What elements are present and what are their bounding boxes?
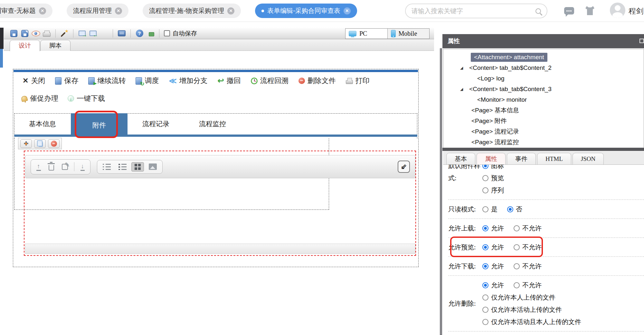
action-urge-button[interactable]: 催促办理: [21, 94, 58, 103]
copy-widget-button[interactable]: [34, 139, 46, 148]
tree-item[interactable]: <Page> 流程记录: [443, 126, 644, 137]
chat-icon[interactable]: [564, 7, 574, 14]
radio-selected[interactable]: [482, 263, 488, 269]
import-icon[interactable]: [88, 28, 99, 39]
radio-unselected[interactable]: [514, 282, 520, 288]
collapse-caret-icon[interactable]: ◢: [460, 66, 463, 70]
close-icon[interactable]: ✕: [227, 7, 234, 14]
radio-option[interactable]: 允许: [482, 262, 504, 271]
radio-option[interactable]: 不允许: [514, 281, 542, 290]
panel-collapse-icon[interactable]: [639, 39, 644, 43]
radio-selected[interactable]: [482, 282, 488, 288]
radio-unselected[interactable]: [514, 263, 520, 269]
page-tab-flow-record[interactable]: 流程记录: [128, 113, 184, 135]
search-icon[interactable]: [535, 8, 541, 14]
tab-design[interactable]: 设计: [10, 40, 40, 51]
search-input[interactable]: [412, 7, 535, 15]
grid-view-icon[interactable]: [131, 162, 144, 172]
tree-item[interactable]: ◢<Content> tab_tab$Content_2: [443, 62, 644, 73]
tree-item[interactable]: <Attachment> attachment: [443, 52, 644, 62]
action-close-button[interactable]: 关闭: [23, 76, 45, 86]
radio-option[interactable]: 仅允许本人上传的文件: [482, 293, 555, 302]
tree-item[interactable]: <Page> 基本信息: [443, 105, 644, 116]
numbered-list-icon[interactable]: [116, 163, 129, 171]
layers-icon[interactable]: [145, 28, 156, 39]
avatar[interactable]: [610, 3, 625, 18]
collapse-caret-icon[interactable]: ◢: [460, 87, 463, 91]
export-icon[interactable]: [77, 28, 88, 39]
action-continue-flow-button[interactable]: 继续流转: [88, 76, 126, 86]
bullet-list-icon[interactable]: [100, 163, 114, 171]
tab-script[interactable]: 脚本: [40, 40, 71, 51]
panel-splitter-handle[interactable]: [440, 48, 442, 335]
pc-toggle-button[interactable]: PC: [346, 29, 388, 39]
tree-item[interactable]: <Log> log: [443, 73, 644, 84]
autosave-checkbox[interactable]: [164, 30, 170, 36]
radio-unselected[interactable]: [482, 187, 488, 193]
prop-tab-attributes[interactable]: 属性: [477, 153, 506, 164]
tree-item[interactable]: <Monitor> monitor: [443, 94, 644, 105]
radio-unselected[interactable]: [514, 225, 520, 231]
prop-tab-html[interactable]: HTML: [537, 153, 571, 164]
save-as-icon[interactable]: [19, 28, 30, 39]
action-recall-button[interactable]: 撤回: [218, 76, 241, 86]
radio-option[interactable]: 否: [507, 205, 522, 214]
tree-props-splitter[interactable]: [442, 148, 644, 151]
radio-option[interactable]: 允许: [482, 243, 504, 252]
radio-option[interactable]: 图标: [482, 165, 504, 170]
image-icon[interactable]: [146, 162, 160, 171]
action-schedule-button[interactable]: 调度: [136, 76, 159, 86]
help-icon[interactable]: [134, 28, 145, 39]
top-tab-process-management-material-purchase[interactable]: 流程管理-施-物资采购管理✕: [143, 4, 241, 18]
page-tab-basic-info[interactable]: 基本信息: [14, 113, 71, 135]
radio-option[interactable]: 不允许: [514, 224, 542, 233]
print-icon[interactable]: [41, 28, 52, 39]
top-tab-process-app-management[interactable]: 流程应用管理✕: [67, 4, 128, 18]
action-print-button[interactable]: 打印: [346, 76, 370, 86]
radio-selected[interactable]: [482, 165, 488, 169]
radio-option[interactable]: 仅允许本活动且本人上传的文件: [482, 318, 581, 326]
radio-unselected[interactable]: [482, 294, 488, 301]
radio-option[interactable]: 序列: [482, 186, 504, 195]
radio-unselected[interactable]: [514, 244, 520, 250]
radio-option[interactable]: 允许: [482, 224, 504, 233]
attachment-footer-scrollbar[interactable]: [25, 244, 415, 254]
prop-tab-events[interactable]: 事件: [507, 153, 536, 164]
action-save-button[interactable]: 保存: [55, 76, 78, 86]
page-tab-attachment[interactable]: 附件: [71, 113, 128, 137]
radio-option[interactable]: 不允许: [514, 243, 542, 252]
move-widget-button[interactable]: [20, 139, 32, 148]
close-icon[interactable]: ✕: [344, 7, 351, 14]
page-tab-flow-monitor[interactable]: 流程监控: [184, 113, 241, 135]
action-add-branch-button[interactable]: 增加分支: [169, 76, 207, 86]
radio-option[interactable]: 不允许: [514, 262, 542, 271]
form-view-icon[interactable]: [116, 28, 127, 39]
dropdown-caret-icon[interactable]: [99, 28, 109, 39]
radio-unselected[interactable]: [482, 206, 488, 212]
magic-wand-icon[interactable]: [59, 28, 70, 39]
download-icon[interactable]: [78, 162, 88, 172]
radio-unselected[interactable]: [482, 307, 488, 313]
radio-option[interactable]: 是: [482, 205, 497, 214]
remove-widget-button[interactable]: [48, 139, 60, 148]
radio-unselected[interactable]: [482, 175, 488, 181]
top-tab-form-edit-purchase-contract-review[interactable]: 表单编辑-采购合同审查表✕: [255, 4, 357, 18]
trash-icon[interactable]: [46, 162, 57, 172]
top-tab-contract-review-untitled[interactable]: 同审查-无标题✕: [0, 4, 52, 18]
radio-selected[interactable]: [482, 244, 488, 250]
radio-selected[interactable]: [507, 206, 513, 212]
tree-item[interactable]: ◢<Content> tab_tab$Content_3: [443, 84, 644, 94]
edit-icon[interactable]: [59, 163, 71, 171]
action-one-key-download-button[interactable]: 一键下载: [68, 94, 105, 103]
tree-item[interactable]: <Page> 附件: [443, 116, 644, 126]
apps-vest-icon[interactable]: [585, 6, 594, 15]
tree-item[interactable]: <Page> 流程监控: [443, 137, 644, 147]
close-icon[interactable]: ✕: [39, 7, 46, 14]
preview-eye-icon[interactable]: [30, 28, 41, 39]
radio-option[interactable]: 允许: [482, 281, 504, 290]
mobile-toggle-button[interactable]: Mobile: [388, 29, 430, 39]
prop-tab-basic[interactable]: 基本: [446, 153, 475, 164]
import-box-icon[interactable]: [398, 161, 410, 173]
prop-tab-json[interactable]: JSON: [573, 153, 604, 164]
save-icon[interactable]: [8, 28, 19, 39]
